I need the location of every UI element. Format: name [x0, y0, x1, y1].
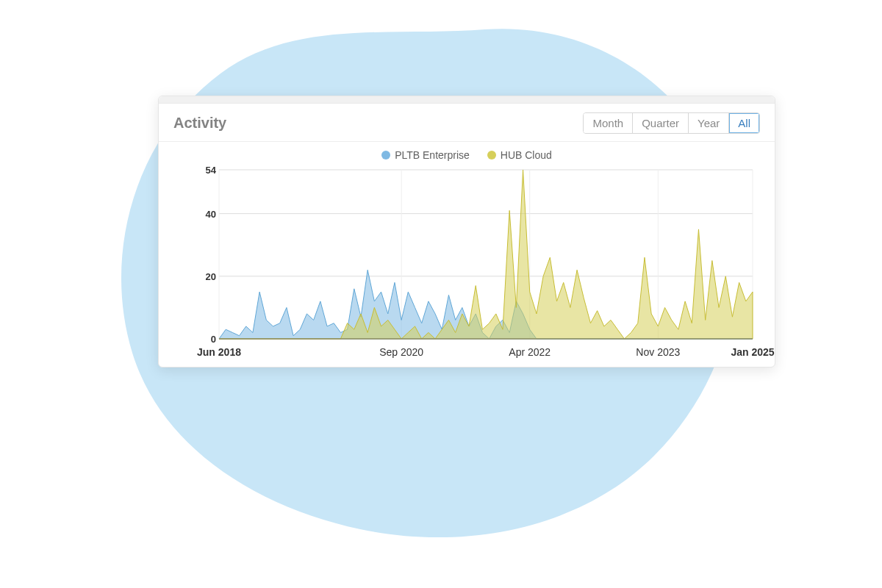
range-all-button[interactable]: All — [729, 113, 759, 133]
legend-label-pltb: PLTB Enterprise — [395, 149, 470, 161]
chart-area: PLTB Enterprise HUB Cloud 0204054Jun 201… — [159, 142, 775, 367]
activity-card: Activity Month Quarter Year All PLTB Ent… — [158, 96, 775, 368]
range-month-button[interactable]: Month — [584, 113, 633, 133]
card-title: Activity — [173, 115, 226, 132]
y-tick-label: 40 — [187, 208, 216, 219]
range-quarter-button[interactable]: Quarter — [633, 113, 689, 133]
series-area — [219, 170, 753, 339]
legend-dot-pltb — [381, 151, 390, 159]
legend-dot-hub — [487, 151, 496, 159]
card-header: Activity Month Quarter Year All — [159, 104, 775, 142]
y-tick-label: 20 — [187, 270, 216, 282]
x-tick-label: Jan 2025 — [731, 346, 774, 358]
legend-item-pltb[interactable]: PLTB Enterprise — [381, 149, 470, 161]
legend-item-hub[interactable]: HUB Cloud — [487, 149, 552, 161]
card-chrome-bar — [159, 96, 775, 104]
chart-plot: 0204054Jun 2018Sep 2020Apr 2022Nov 2023J… — [173, 165, 760, 342]
chart-svg — [173, 165, 760, 342]
x-tick-label: Apr 2022 — [509, 346, 551, 358]
range-year-button[interactable]: Year — [689, 113, 729, 133]
y-tick-label: 0 — [187, 334, 216, 345]
time-range-group: Month Quarter Year All — [583, 112, 760, 134]
chart-legend: PLTB Enterprise HUB Cloud — [173, 149, 760, 161]
y-tick-label: 54 — [187, 165, 216, 176]
legend-label-hub: HUB Cloud — [501, 149, 552, 161]
x-tick-label: Sep 2020 — [379, 346, 423, 358]
x-tick-label: Jun 2018 — [197, 346, 241, 358]
x-tick-label: Nov 2023 — [636, 346, 680, 358]
